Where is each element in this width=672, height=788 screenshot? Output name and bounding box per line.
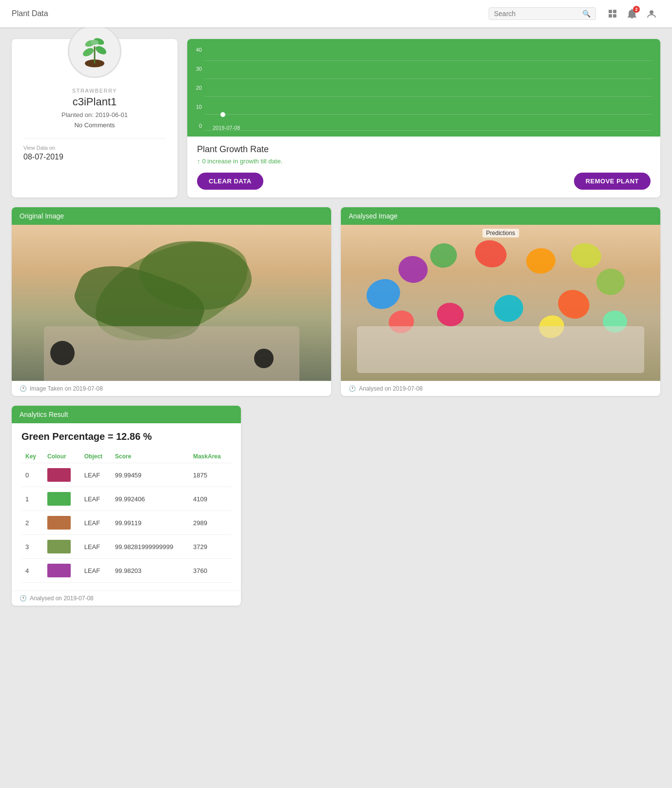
cell-colour (43, 463, 80, 487)
user-icon (647, 9, 656, 19)
top-row: STRAWBERRY c3iPlant1 Planted on: 2019-06… (12, 39, 660, 197)
leaf-orange (525, 247, 556, 275)
cell-object: LEAF (80, 511, 111, 535)
grid-line-10 (205, 114, 652, 115)
original-image-header: Original Image (12, 207, 331, 225)
leaf-red (472, 237, 510, 271)
analytics-table-head: Key Colour Object Score MaskArea (21, 450, 231, 463)
leaf-cyan (491, 292, 526, 325)
growth-subtitle: ↑ 0 increase in growth till date. (197, 158, 651, 165)
cell-key: 1 (21, 487, 43, 511)
notification-badge: 2 (633, 6, 640, 13)
cell-score: 99.992406 (111, 487, 189, 511)
cell-key: 0 (21, 463, 43, 487)
cell-object: LEAF (80, 487, 111, 511)
cell-object: LEAF (80, 463, 111, 487)
image-row: Original Image 🕐 Image Taken on 2019 (12, 207, 660, 396)
cell-colour (43, 487, 80, 511)
cell-colour (43, 511, 80, 535)
growth-card: 0 10 20 30 40 2019-07-08 (187, 39, 660, 197)
cell-score: 99.98203 (111, 559, 189, 583)
grid-line-30 (205, 79, 652, 79)
predictions-label: Predictions (482, 229, 519, 237)
cell-score: 99.98281999999999 (111, 535, 189, 559)
original-image-date: Image Taken on 2019-07-08 (30, 385, 103, 392)
chart-dot (220, 112, 225, 117)
leaf-green (428, 241, 459, 270)
y-label-0: 0 (187, 123, 205, 129)
analysed-image-date: Analysed on 2019-07-08 (359, 385, 423, 392)
cell-maskarea: 3760 (189, 559, 231, 583)
remove-plant-button[interactable]: REMOVE PLANT (574, 173, 651, 190)
y-label-40: 40 (187, 47, 205, 53)
plant-name: c3iPlant1 (73, 96, 117, 108)
svg-point-11 (91, 40, 99, 45)
plant-avatar (68, 24, 121, 78)
cell-key: 3 (21, 535, 43, 559)
growth-actions: CLEAR DATA REMOVE PLANT (197, 173, 651, 190)
cell-score: 99.99119 (111, 511, 189, 535)
growth-chart: 0 10 20 30 40 2019-07-08 (187, 39, 660, 137)
analysed-image-placeholder: Predictions (341, 225, 660, 381)
arrow-up-icon: ↑ (197, 158, 200, 165)
col-key: Key (21, 450, 43, 463)
plant-card: STRAWBERRY c3iPlant1 Planted on: 2019-06… (12, 39, 178, 197)
leaf-lightgreen (595, 267, 627, 297)
analytics-header: Analytics Result (12, 406, 241, 423)
app-title: Plant Data (12, 9, 48, 18)
header: Plant Data 🔍 2 (0, 0, 672, 27)
chart-y-labels: 0 10 20 30 40 (187, 43, 205, 133)
plant-comments: No Comments (74, 121, 115, 129)
cell-object: LEAF (80, 535, 111, 559)
y-label-20: 20 (187, 85, 205, 91)
cell-object: LEAF (80, 559, 111, 583)
original-image-footer: 🕐 Image Taken on 2019-07-08 (12, 381, 331, 396)
growth-title: Plant Growth Rate (197, 144, 651, 155)
col-object: Object (80, 450, 111, 463)
view-data-label: View Data on (23, 145, 55, 151)
plant-avatar-wrap (68, 24, 121, 78)
analytics-row: Analytics Result Green Percentage = 12.8… (12, 406, 660, 606)
pot-base (357, 326, 645, 373)
svg-rect-0 (609, 10, 612, 13)
cell-maskarea: 1875 (189, 463, 231, 487)
analytics-footer: 🕐 Analysed on 2019-07-08 (12, 591, 241, 606)
grid-line-0 (205, 130, 652, 131)
growth-card-body: Plant Growth Rate ↑ 0 increase in growth… (187, 137, 660, 197)
analytics-table-row: 1 LEAF 99.992406 4109 (21, 487, 231, 511)
analytics-table-row: 4 LEAF 99.98203 3760 (21, 559, 231, 583)
cell-maskarea: 4109 (189, 487, 231, 511)
search-input[interactable] (494, 10, 582, 18)
cell-score: 99.99459 (111, 463, 189, 487)
grid-icon (608, 9, 617, 18)
grid-line-20 (205, 96, 652, 97)
color-swatch (47, 564, 71, 577)
clock-icon-2: 🕐 (349, 385, 356, 392)
analytics-card: Analytics Result Green Percentage = 12.8… (12, 406, 241, 606)
analytics-table-row: 0 LEAF 99.99459 1875 (21, 463, 231, 487)
col-maskarea: MaskArea (189, 450, 231, 463)
leaf-blue (362, 275, 404, 314)
analytics-table-body: 0 LEAF 99.99459 1875 1 LEAF 99.992406 41… (21, 463, 231, 583)
analytics-date: Analysed on 2019-07-08 (30, 595, 94, 602)
chart-x-label: 2019-07-08 (213, 125, 240, 131)
cell-maskarea: 2989 (189, 511, 231, 535)
svg-point-8 (94, 44, 108, 56)
chart-inner: 2019-07-08 (205, 43, 652, 133)
cell-colour (43, 535, 80, 559)
view-data-value: 08-07-2019 (23, 153, 63, 161)
growth-subtitle-text: 0 increase in growth till date. (202, 158, 283, 165)
plant-icon (75, 32, 114, 71)
clear-data-button[interactable]: CLEAR DATA (197, 173, 263, 190)
cell-key: 2 (21, 511, 43, 535)
analysed-image-header: Analysed Image (341, 207, 660, 225)
original-image-placeholder (12, 225, 331, 381)
green-percentage: Green Percentage = 12.86 % (21, 431, 231, 442)
leaf-pink (435, 301, 465, 328)
user-profile-button[interactable] (643, 5, 660, 22)
cell-maskarea: 3729 (189, 535, 231, 559)
clock-icon: 🕐 (20, 385, 27, 392)
notifications-button[interactable]: 2 (623, 5, 641, 22)
search-bar[interactable]: 🔍 (489, 7, 596, 20)
grid-view-button[interactable] (604, 5, 621, 22)
